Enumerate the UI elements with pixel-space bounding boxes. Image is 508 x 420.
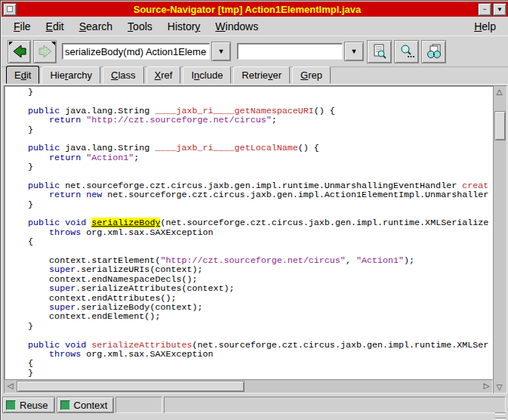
tab-hierarchy[interactable]: Hierarchy [42,66,100,84]
back-button[interactable] [8,40,31,63]
forward-button[interactable] [33,40,57,63]
scroll-up-button[interactable]: △ [494,86,505,97]
scroll-right-button[interactable]: ▷ [481,380,492,391]
file-view-icon [371,43,388,60]
statusbar: Reuse Context [2,397,506,413]
status-panel-left [115,397,162,413]
tab-retriever[interactable]: Retriever [233,66,290,84]
toolbar: ▼ ▼ [2,36,508,67]
menu-help[interactable]: Help [466,18,503,35]
horizontal-scrollbar-thumb[interactable] [17,381,245,392]
menu-edit[interactable]: Edit [38,18,72,35]
tab-xref[interactable]: Xref [146,66,181,84]
code-editor[interactable]: } public java.lang.String ____jaxb_ri___… [4,85,495,382]
search-button[interactable] [394,40,419,63]
menu-history[interactable]: History [160,18,208,35]
window-title: Source-Navigator [tmp] Action1ElementImp… [17,4,477,15]
back-history-dropdown-icon [9,42,13,45]
maximize-icon: ▼ [497,6,503,13]
menubar: File Edit Search Tools History Windows H… [2,17,508,36]
tab-edit[interactable]: Edit [6,66,39,84]
chevron-down-icon: ▼ [218,48,225,55]
search-combobox: ▼ [237,42,364,61]
symbol-combobox-input[interactable] [62,43,210,60]
symbol-combobox-dropdown-button[interactable]: ▼ [211,42,231,61]
titlebar[interactable]: Source-Navigator [tmp] Action1ElementImp… [2,2,508,17]
chevron-down-icon: ▼ [351,48,358,55]
file-view-button[interactable] [367,40,392,63]
scroll-right-icon: ▷ [484,382,490,390]
window-menu-icon [7,6,13,12]
scroll-left-button[interactable]: ◁ [5,380,16,391]
tab-include[interactable]: Include [183,66,231,84]
minimize-icon: − [482,6,486,13]
symbol-combobox: ▼ [62,42,231,61]
status-panel-message [164,397,506,413]
window-menu-button[interactable] [3,3,17,16]
scroll-left-icon: ◁ [8,382,14,390]
maximize-button[interactable]: ▼ [493,3,506,16]
retriever-button[interactable] [421,40,446,63]
scroll-up-icon: △ [497,88,503,96]
scroll-down-icon: ▽ [497,384,503,391]
menu-search[interactable]: Search [72,18,120,35]
reuse-checkbox-icon [6,400,16,410]
forward-history-dropdown-icon [51,42,55,45]
search-combobox-dropdown-button[interactable]: ▼ [344,42,364,61]
reuse-label: Reuse [20,400,48,411]
menu-windows[interactable]: Windows [208,18,266,35]
resize-grip[interactable] [495,412,506,418]
scroll-down-button[interactable]: ▽ [494,381,505,393]
reuse-toggle[interactable]: Reuse [2,397,55,413]
context-label: Context [74,400,108,411]
minimize-button[interactable]: − [478,3,491,16]
back-arrow-icon [11,43,28,60]
editor-pane: } public java.lang.String ____jaxb_ri___… [4,85,506,392]
context-checkbox-icon [60,400,70,410]
vertical-scrollbar[interactable]: △ ▽ [493,85,507,394]
tab-grep[interactable]: Grep [292,66,331,84]
forward-arrow-icon [37,43,54,60]
menu-file[interactable]: File [6,18,38,35]
retriever-icon [426,43,442,60]
horizontal-scrollbar[interactable]: ◁ ▷ [4,379,493,394]
view-tabbar: Edit Hierarchy Class Xref Include Retrie… [2,66,508,85]
tab-class[interactable]: Class [103,66,144,84]
vertical-scrollbar-thumb[interactable] [494,111,506,141]
context-toggle[interactable]: Context [57,397,115,413]
source-navigator-window: Source-Navigator [tmp] Action1ElementImp… [0,0,508,420]
menu-tools[interactable]: Tools [120,18,160,35]
search-combobox-input[interactable] [237,43,343,60]
search-icon [399,43,415,60]
